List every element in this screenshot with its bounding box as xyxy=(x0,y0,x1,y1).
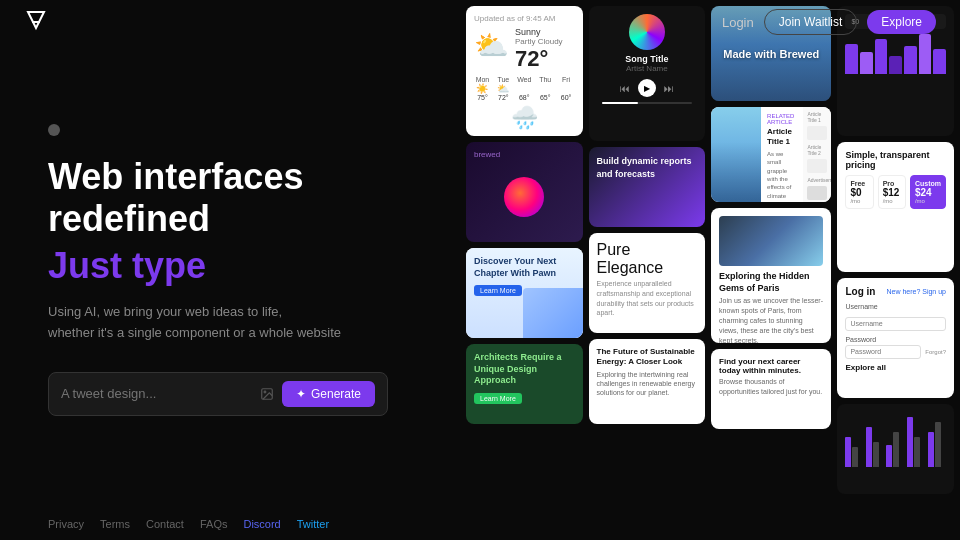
grid-col-2: Song Title Artist Name ⏮ ▶ ⏭ Build dynam… xyxy=(589,6,706,534)
bar-2 xyxy=(860,52,873,74)
nav-actions: Login Join Waitlist Explore xyxy=(722,9,936,35)
music-song-title: Song Title xyxy=(625,54,668,64)
article-sidebar-label-3: Advertisements xyxy=(807,177,827,183)
plan-custom: Custom $24 /mo xyxy=(910,175,946,209)
search-bar-container: ✦ Generate xyxy=(48,372,388,416)
careers-title: Find your next career today within minut… xyxy=(719,357,823,375)
waitlist-button[interactable]: Join Waitlist xyxy=(764,9,858,35)
dbs-bar-5b xyxy=(935,422,941,467)
sustainable-card: The Future of Sustainable Energy: A Clos… xyxy=(589,339,706,424)
cloud-icon: 🌧️ xyxy=(474,105,575,131)
footer-twitter[interactable]: Twitter xyxy=(297,518,329,530)
dbs-bar-1b xyxy=(852,447,858,467)
search-input[interactable] xyxy=(61,386,252,401)
article-sidebar-item-1 xyxy=(807,126,827,140)
dbs-group-2 xyxy=(866,427,885,467)
password-label: Password xyxy=(845,336,946,343)
grid-col-1: Updated as of 9:45 AM ⛅ Sunny Partly Clo… xyxy=(466,6,583,534)
pricing-card: Simple, transparent pricing Free $0 /mo … xyxy=(837,142,954,272)
footer-contact[interactable]: Contact xyxy=(146,518,184,530)
dbs-bar-4a xyxy=(907,417,913,467)
dbs-bar-1a xyxy=(845,437,851,467)
grid-col-4: $0 $12 $24 xyxy=(837,6,954,534)
hero-section: Web interfaces redefined Just type Using… xyxy=(0,0,470,540)
pricing-plans: Free $0 /mo Pro $12 /mo Custom $24 /mo xyxy=(845,175,946,209)
music-progress-bar xyxy=(602,102,692,104)
article-tag: Related Article xyxy=(767,113,797,125)
sustainable-subtext: Exploring the intertwining real challeng… xyxy=(597,370,698,397)
svg-point-1 xyxy=(264,391,266,393)
footer-discord[interactable]: Discord xyxy=(243,518,280,530)
weather-temp: 72° xyxy=(515,46,575,72)
report-title: Build dynamic reports and forecasts xyxy=(597,155,698,180)
architects-card: Architects Require a Unique Design Appro… xyxy=(466,344,583,424)
footer: Privacy Terms Contact FAQs Discord Twitt… xyxy=(48,518,329,530)
play-button[interactable]: ▶ xyxy=(638,79,656,97)
login-signup-link[interactable]: New here? Sign up xyxy=(886,288,946,295)
paris-text: Join us as we uncover the lesser-known s… xyxy=(719,296,823,343)
pawn-title: Discover Your Next Chapter With Pawn xyxy=(474,256,575,279)
preview-grid: Updated as of 9:45 AM ⛅ Sunny Partly Clo… xyxy=(460,0,960,540)
brewed-gradient-card: brewed xyxy=(466,142,583,242)
dbs-bar-3b xyxy=(893,432,899,467)
architects-button[interactable]: Learn More xyxy=(474,393,522,404)
plan-pro: Pro $12 /mo xyxy=(878,175,906,209)
dbs-bar-2b xyxy=(873,442,879,467)
password-input[interactable] xyxy=(845,345,921,359)
login-title: Log in xyxy=(845,286,875,297)
weather-day-wed: Wed🌤68° xyxy=(516,76,533,101)
footer-terms[interactable]: Terms xyxy=(100,518,130,530)
plan-free: Free $0 /mo xyxy=(845,175,873,209)
forgot-link[interactable]: Forgot? xyxy=(925,349,946,355)
dbs-bar-4b xyxy=(914,437,920,467)
careers-text: Browse thousands of opportunities tailor… xyxy=(719,377,823,397)
bar-7 xyxy=(933,49,946,74)
pricing-title: Simple, transparent pricing xyxy=(845,150,946,170)
article-sidebar-ad xyxy=(807,186,827,200)
username-label: Username xyxy=(845,303,946,310)
headline-main: Web interfaces redefined xyxy=(48,156,422,239)
explore-button[interactable]: Explore xyxy=(867,10,936,34)
article-sidebar-label-2: Article Title 2 xyxy=(807,144,827,156)
elegance-subtext: Experience unparalleled craftsmanship an… xyxy=(597,279,698,318)
bar-3 xyxy=(875,39,888,74)
architects-title: Architects Require a Unique Design Appro… xyxy=(474,352,575,387)
dbs-bar-2a xyxy=(866,427,872,467)
paris-title: Exploring the Hidden Gems of Paris xyxy=(719,271,823,294)
pawn-cta-button[interactable]: Learn More xyxy=(474,285,522,296)
login-card: Log in New here? Sign up Username Passwo… xyxy=(837,278,954,398)
music-artist-name: Artist Name xyxy=(626,64,668,73)
image-icon xyxy=(260,387,274,401)
paris-image xyxy=(719,216,823,266)
article-text: As we small grapple with the effects of … xyxy=(767,150,797,202)
dbs-bar-chart xyxy=(845,412,946,467)
article-image xyxy=(711,107,761,202)
weather-day-mon: Mon☀️75° xyxy=(474,76,491,101)
next-button[interactable]: ⏭ xyxy=(664,83,674,94)
headline-accent: Just type xyxy=(48,245,422,286)
username-input[interactable] xyxy=(845,317,946,331)
article-title: Article Title 1 xyxy=(767,127,797,148)
brewed-main-text: Made with Brewed xyxy=(723,48,819,60)
brewed-circle xyxy=(504,177,544,217)
prev-button[interactable]: ⏮ xyxy=(620,83,630,94)
dbs-group-4 xyxy=(907,417,926,467)
navigation: Login Join Waitlist Explore xyxy=(0,0,960,44)
hero-subtext: Using AI, we bring your web ideas to lif… xyxy=(48,302,422,344)
elegance-title: Pure Elegance xyxy=(597,241,698,277)
generate-button[interactable]: ✦ Generate xyxy=(282,381,375,407)
report-card: Build dynamic reports and forecasts xyxy=(589,147,706,227)
careers-card: Find your next career today within minut… xyxy=(711,349,831,429)
bar-5 xyxy=(904,46,917,74)
brewed-label: brewed xyxy=(474,150,575,159)
music-progress-fill xyxy=(602,102,638,104)
elegance-card: Pure Elegance Experience unparalleled cr… xyxy=(589,233,706,333)
dbs-card xyxy=(837,404,954,494)
pawn-card: Discover Your Next Chapter With Pawn Lea… xyxy=(466,248,583,338)
sparkle-icon: ✦ xyxy=(296,387,306,401)
footer-faqs[interactable]: FAQs xyxy=(200,518,228,530)
footer-privacy[interactable]: Privacy xyxy=(48,518,84,530)
login-button[interactable]: Login xyxy=(722,15,754,30)
grid-col-3: Made with Brewed Related Article Article… xyxy=(711,6,831,534)
dbs-group-5 xyxy=(928,422,947,467)
